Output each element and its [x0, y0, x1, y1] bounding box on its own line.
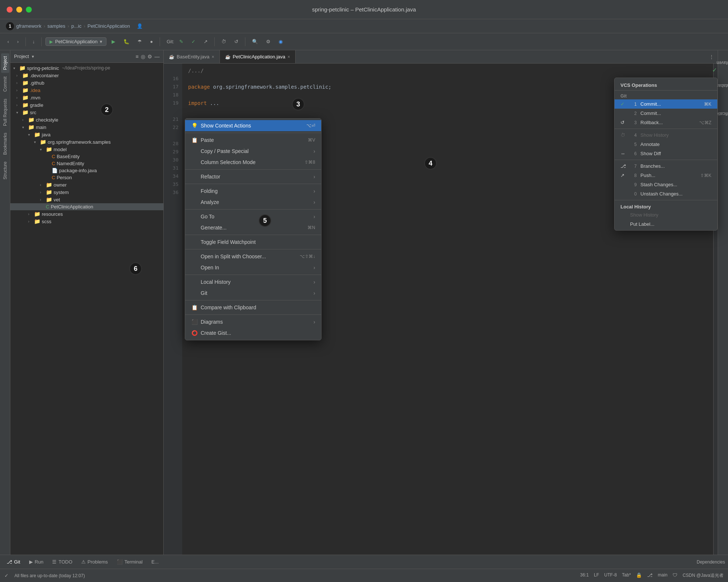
menu-item-create-gist[interactable]: ⭕ Create Gist...: [185, 327, 321, 338]
locate-file-button[interactable]: ◎: [141, 54, 145, 59]
menu-item-copy-paste-special[interactable]: Copy / Paste Special ›: [185, 146, 321, 157]
tab-baseentity[interactable]: ☕ BaseEntity.java ×: [164, 50, 220, 63]
sidebar-tab-project[interactable]: Project: [1, 53, 9, 73]
vcs-item-unstash[interactable]: 0 Unstash Changes...: [615, 189, 717, 198]
breadcrumb-item-3[interactable]: PetClinicApplication: [88, 23, 130, 29]
tree-item[interactable]: › 📁 .github: [10, 79, 163, 86]
git-edit-button[interactable]: ✎: [176, 37, 186, 46]
search-button[interactable]: 🔍: [249, 37, 261, 46]
tree-item[interactable]: › 📁 .mvn: [10, 94, 163, 101]
vcs-update-button[interactable]: ↓: [30, 37, 38, 46]
vcs-item-push[interactable]: ↗ 8 Push... ⇧⌘K: [615, 171, 717, 180]
vcs-item-show-local-history[interactable]: Show History: [615, 210, 717, 219]
menu-item-analyze[interactable]: Analyze ›: [185, 197, 321, 208]
back-button[interactable]: ‹: [4, 37, 12, 46]
vcs-item-commit2[interactable]: 2 Commit...: [615, 109, 717, 118]
settings-button[interactable]: ⚙: [263, 37, 273, 46]
bottom-tab-todo[interactable]: ☰ TODO: [48, 558, 76, 566]
coverage-button[interactable]: ☂: [135, 37, 145, 46]
indent-mode[interactable]: Tab*: [622, 572, 631, 579]
tree-item-owner[interactable]: › 📁 owner: [10, 181, 163, 188]
tab-petclinic-app[interactable]: ☕ PetClinicApplication.java ×: [220, 50, 296, 63]
tree-item-namedentity[interactable]: › C NamedEntity: [10, 160, 163, 167]
menu-item-git[interactable]: Git ›: [185, 287, 321, 299]
tab-close-petclinic[interactable]: ×: [288, 54, 290, 59]
close-panel-button[interactable]: —: [154, 54, 160, 59]
menu-item-toggle-watchpoint[interactable]: Toggle Field Watchpoint: [185, 236, 321, 248]
vcs-item-branches[interactable]: ⎇ 7 Branches...: [615, 161, 717, 171]
fullscreen-button[interactable]: [26, 7, 32, 13]
bottom-tab-terminal[interactable]: ⬛ Terminal: [113, 558, 146, 566]
right-tab-maven[interactable]: Maven: [713, 59, 728, 67]
rollback-button[interactable]: ↺: [231, 37, 241, 46]
tab-close-baseentity[interactable]: ×: [212, 54, 214, 59]
tree-item[interactable]: › 📁 .idea: [10, 86, 163, 94]
minimize-button[interactable]: [16, 7, 22, 13]
tree-item-resources[interactable]: › 📁 resources: [10, 210, 163, 218]
tree-item-main[interactable]: ▾ 📁 main: [10, 123, 163, 131]
git-check-button[interactable]: ✓: [188, 37, 198, 46]
vcs-item-show-diff[interactable]: ↔ 6 Show Diff: [615, 149, 717, 158]
vcs-item-annotate[interactable]: 5 Annotate: [615, 140, 717, 149]
vcs-item-show-history[interactable]: ⏱ 4 Show History: [615, 130, 717, 140]
tree-item-vet[interactable]: › 📁 vet: [10, 196, 163, 203]
collapse-all-button[interactable]: ≡: [136, 54, 139, 59]
tree-item-person[interactable]: › C Person: [10, 174, 163, 181]
tree-item-system[interactable]: › 📁 system: [10, 188, 163, 196]
encoding[interactable]: UTF-8: [604, 572, 617, 579]
menu-item-open-split[interactable]: Open in Split with Chooser... ⌥⇧⌘↓: [185, 251, 321, 262]
tree-root[interactable]: ▾ 📁 spring-petclinic ~/IdeaProjects/spri…: [10, 64, 163, 72]
tree-item[interactable]: › 📁 .devcontainer: [10, 72, 163, 79]
breadcrumb-item-1[interactable]: samples: [47, 23, 65, 29]
menu-item-show-context-actions[interactable]: 💡 Show Context Actions ⌥⏎: [185, 120, 321, 131]
bottom-tab-git[interactable]: ⎇ Git: [3, 558, 24, 566]
line-separator[interactable]: LF: [594, 572, 599, 579]
sidebar-tab-bookmarks[interactable]: Bookmarks: [1, 130, 9, 158]
bottom-tab-problems[interactable]: ⚠ Problems: [78, 558, 112, 566]
menu-item-paste[interactable]: 📋 Paste ⌘V: [185, 135, 321, 146]
tree-item-petclinic-app[interactable]: › C PetClinicApplication: [10, 203, 163, 210]
tree-item-scss[interactable]: › 📁 scss: [10, 218, 163, 225]
tree-item-org[interactable]: ▾ 📁 org.springframework.samples: [10, 138, 163, 146]
menu-item-folding[interactable]: Folding ›: [185, 186, 321, 197]
vcs-item-rollback[interactable]: ↺ 3 Rollback... ⌥⌘Z: [615, 118, 717, 127]
vcs-icon[interactable]: 👤: [137, 23, 143, 29]
vcs-item-stash[interactable]: 9 Stash Changes...: [615, 180, 717, 189]
close-button[interactable]: [7, 7, 13, 13]
menu-item-generate[interactable]: Generate... ⌘N: [185, 222, 321, 233]
history-button[interactable]: ⏱: [218, 37, 229, 46]
bottom-tab-extra[interactable]: E...: [148, 558, 163, 566]
tree-item-java[interactable]: ▾ 📁 java: [10, 131, 163, 138]
menu-item-diagrams[interactable]: ⬛ Diagrams ›: [185, 316, 321, 327]
debug-button[interactable]: 🐛: [120, 37, 132, 46]
bottom-tab-run[interactable]: ▶ Run: [25, 558, 47, 566]
plugins-button[interactable]: ◉: [276, 37, 286, 46]
vcs-item-put-label[interactable]: Put Label...: [615, 219, 717, 229]
tree-item-src[interactable]: ▾ 📁 src: [10, 109, 163, 116]
profile-button[interactable]: ●: [147, 37, 156, 46]
vcs-item-commit[interactable]: ✓ 1 Commit... ⌘K: [615, 99, 717, 109]
menu-item-column-selection[interactable]: Column Selection Mode ⇧⌘8: [185, 157, 321, 168]
sidebar-tab-pullreq[interactable]: Pull Requests: [1, 96, 9, 129]
tree-item-package-info[interactable]: › 📄 package-info.java: [10, 167, 163, 174]
tree-item[interactable]: › 📁 gradle: [10, 101, 163, 109]
project-settings-button[interactable]: ⚙: [147, 54, 152, 59]
breadcrumb-item-2[interactable]: p...ic: [71, 23, 81, 29]
cursor-position[interactable]: 36:1: [580, 572, 589, 579]
menu-item-refactor[interactable]: Refactor ›: [185, 171, 321, 182]
project-type-dropdown[interactable]: ▾: [32, 54, 34, 59]
breadcrumb-item-0[interactable]: gframework: [16, 23, 41, 29]
sidebar-tab-structure[interactable]: Structure: [1, 159, 9, 183]
sidebar-tab-commit[interactable]: Commit: [1, 74, 9, 95]
forward-button[interactable]: ›: [14, 37, 21, 46]
menu-item-compare-clipboard[interactable]: 📋 Compare with Clipboard: [185, 302, 321, 313]
run-config-selector[interactable]: ▶ PetClinicApplication ▾: [45, 37, 106, 46]
menu-item-local-history[interactable]: Local History ›: [185, 276, 321, 287]
menu-item-open-in[interactable]: Open In ›: [185, 262, 321, 273]
tree-item[interactable]: › 📁 checkstyle: [10, 116, 163, 123]
git-push-button[interactable]: ↗: [201, 37, 211, 46]
run-button[interactable]: ▶: [109, 37, 118, 46]
branch-name[interactable]: main: [658, 572, 667, 579]
tree-item-model[interactable]: ▾ 📁 model: [10, 146, 163, 153]
tree-item-baseentity[interactable]: › C BaseEntity: [10, 153, 163, 160]
